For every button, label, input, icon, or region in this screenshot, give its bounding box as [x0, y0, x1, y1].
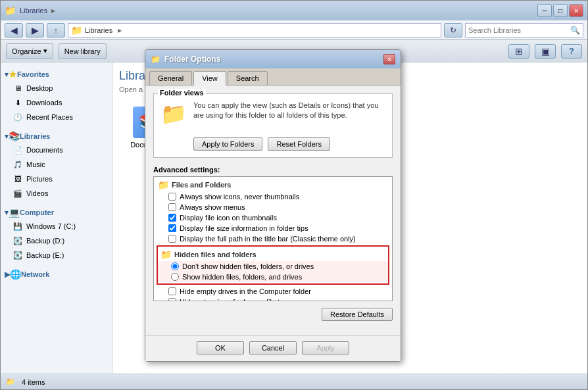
dont-show-hidden-radio[interactable] — [171, 262, 179, 270]
folder-options-dialog: 📁 Folder Options ✕ General View Search F… — [145, 49, 401, 362]
hidden-files-group-highlighted: 📁 Hidden files and folders Don't show hi… — [157, 245, 389, 285]
restore-defaults-button[interactable]: Restore Defaults — [322, 308, 393, 321]
status-bar: 📁 4 items — [1, 374, 587, 389]
files-folders-label: Files and Folders — [172, 181, 231, 189]
organize-button[interactable]: Organize ▾ — [6, 43, 53, 59]
tab-general-label: General — [158, 74, 184, 82]
close-button[interactable]: ✕ — [569, 4, 583, 17]
tab-view-label: View — [202, 74, 218, 82]
setting-always-show-menus[interactable]: Always show menus — [155, 202, 391, 212]
e-drive-icon: 💽 — [12, 250, 23, 260]
setting-display-full-path[interactable]: Display the full path in the title bar (… — [155, 233, 391, 244]
search-box[interactable]: 🔍 — [465, 23, 583, 37]
settings-list-wrapper[interactable]: 📁 Files and Folders Always show icons, n… — [153, 176, 393, 301]
forward-button[interactable]: ▶ — [26, 23, 44, 37]
items-count: 4 items — [22, 378, 45, 386]
favorites-header[interactable]: ▾ ★ Favorites — [1, 68, 112, 81]
preview-button[interactable]: ▣ — [535, 44, 556, 59]
sidebar-item-documents[interactable]: 📄 Documents — [1, 143, 112, 157]
pictures-icon: 🖼 — [12, 174, 23, 184]
sidebar-item-recent-label: Recent Places — [26, 113, 73, 121]
libraries-section: ▾ 📚 Libraries 📄 Documents 🎵 Music 🖼 Pict… — [1, 130, 112, 201]
folder-views-text-block: You can apply the view (such as Details … — [193, 101, 385, 121]
sidebar-item-music[interactable]: 🎵 Music — [1, 157, 112, 172]
show-hidden-radio[interactable] — [171, 273, 179, 281]
tab-search[interactable]: Search — [228, 71, 268, 85]
computer-section: ▾ 💻 Computer 💾 Windows 7 (C:) 💽 Backup (… — [1, 206, 112, 262]
sidebar-item-desktop[interactable]: 🖥 Desktop — [1, 81, 112, 95]
minimize-button[interactable]: ─ — [537, 4, 552, 17]
tab-view[interactable]: View — [193, 71, 226, 85]
folder-views-title: Folder views — [158, 89, 206, 97]
favorites-section: ▾ ★ Favorites 🖥 Desktop ⬇ Downloads 🕐 Re… — [1, 68, 112, 124]
folder-views-box: Folder views 📁 You can apply the view (s… — [153, 93, 393, 158]
address-text: Libraries — [85, 26, 112, 34]
setting-hide-empty-drives[interactable]: Hide empty drives in the Computer folder — [155, 286, 391, 297]
setting-display-file-icon[interactable]: Display file icon on thumbnails — [155, 212, 391, 223]
sidebar-item-e-drive[interactable]: 💽 Backup (E:) — [1, 248, 112, 262]
folder-views-description: You can apply the view (such as Details … — [193, 101, 378, 119]
desktop-icon: 🖥 — [12, 83, 23, 93]
sidebar-item-music-label: Music — [26, 160, 45, 168]
libraries-icon: 📚 — [9, 131, 20, 141]
new-library-button[interactable]: New library — [59, 43, 107, 59]
sidebar-item-d-drive-label: Backup (D:) — [26, 237, 64, 245]
always-show-menus-checkbox[interactable] — [168, 203, 176, 211]
always-show-icons-checkbox[interactable] — [168, 193, 176, 201]
display-file-icon-checkbox[interactable] — [168, 214, 176, 222]
sidebar-item-d-drive[interactable]: 💽 Backup (D:) — [1, 233, 112, 248]
dialog-title-text: Folder Options — [164, 55, 220, 64]
dialog-title-left: 📁 Folder Options — [151, 55, 220, 64]
sidebar-item-recent[interactable]: 🕐 Recent Places — [1, 110, 112, 124]
back-button[interactable]: ◀ — [5, 23, 23, 37]
new-library-label: New library — [64, 47, 101, 55]
window-title: Libraries — [20, 7, 47, 14]
sidebar-item-c-drive[interactable]: 💾 Windows 7 (C:) — [1, 219, 112, 233]
music-icon: 🎵 — [12, 159, 23, 170]
favorites-star-icon: ★ — [9, 69, 17, 80]
sidebar-item-downloads[interactable]: ⬇ Downloads — [1, 95, 112, 110]
cancel-button[interactable]: Cancel — [249, 341, 297, 354]
hidden-files-header[interactable]: 📁 Hidden files and folders — [158, 248, 388, 261]
ok-button[interactable]: OK — [197, 341, 244, 354]
apply-to-folders-button[interactable]: Apply to Folders — [193, 137, 262, 151]
sidebar-item-videos[interactable]: 🎬 Videos — [1, 186, 112, 201]
computer-header[interactable]: ▾ 💻 Computer — [1, 206, 112, 219]
reset-folders-button[interactable]: Reset Folders — [268, 137, 330, 151]
setting-dont-show-hidden[interactable]: Don't show hidden files, folders, or dri… — [158, 261, 388, 272]
folder-views-content: 📁 You can apply the view (such as Detail… — [160, 101, 385, 127]
apply-button[interactable]: Apply — [302, 341, 349, 354]
dialog-title-bar: 📁 Folder Options ✕ — [145, 50, 401, 68]
sidebar-item-desktop-label: Desktop — [26, 84, 53, 92]
always-show-menus-label: Always show menus — [180, 203, 245, 211]
title-bar: 📁 Libraries ▸ ─ □ ✕ — [1, 1, 587, 20]
hide-empty-drives-checkbox[interactable] — [168, 287, 176, 295]
show-hidden-label: Show hidden files, folders, and drives — [182, 273, 302, 281]
up-button[interactable]: ↑ — [47, 23, 65, 37]
help-button[interactable]: ? — [561, 44, 582, 59]
libraries-header[interactable]: ▾ 📚 Libraries — [1, 130, 112, 143]
view-options-button[interactable]: ⊞ — [508, 44, 529, 59]
maximize-button[interactable]: □ — [553, 4, 568, 17]
hide-extensions-checkbox[interactable] — [168, 298, 176, 301]
display-full-path-checkbox[interactable] — [168, 235, 176, 243]
refresh-button[interactable]: ↻ — [444, 23, 462, 37]
setting-always-show-icons[interactable]: Always show icons, never thumbnails — [155, 191, 391, 202]
folder-views-buttons: Apply to Folders Reset Folders — [160, 132, 385, 151]
sidebar-item-c-drive-label: Windows 7 (C:) — [26, 222, 76, 230]
dialog-close-button[interactable]: ✕ — [383, 54, 395, 64]
title-separator: ▸ — [51, 6, 55, 15]
network-icon: 🌐 — [10, 269, 21, 280]
setting-show-hidden[interactable]: Show hidden files, folders, and drives — [158, 272, 388, 282]
display-file-size-checkbox[interactable] — [168, 224, 176, 232]
setting-display-file-size[interactable]: Display file size information in folder … — [155, 223, 391, 233]
search-input[interactable] — [468, 26, 569, 34]
setting-hide-extensions[interactable]: Hide extensions for known file types — [155, 297, 391, 301]
sidebar-item-pictures[interactable]: 🖼 Pictures — [1, 172, 112, 186]
sidebar-item-documents-label: Documents — [26, 146, 63, 154]
files-and-folders-header[interactable]: 📁 Files and Folders — [155, 178, 391, 191]
documents-icon: 📄 — [12, 145, 23, 155]
network-header[interactable]: ▶ 🌐 Network — [1, 268, 112, 281]
address-input[interactable]: 📁 Libraries ▸ — [68, 23, 441, 37]
tab-general[interactable]: General — [149, 71, 192, 85]
